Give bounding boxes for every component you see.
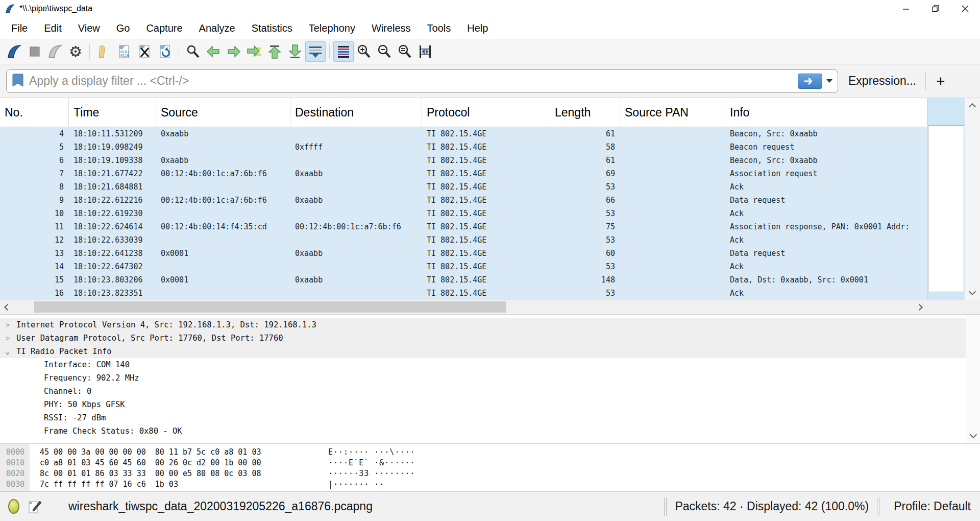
bookmark-icon[interactable]: [12, 73, 24, 90]
apply-filter-button[interactable]: [798, 74, 822, 89]
column-header-no[interactable]: No.: [0, 98, 69, 127]
auto-scroll-icon[interactable]: [305, 41, 326, 62]
restore-button[interactable]: [921, 0, 950, 17]
cell-source_pan: [620, 154, 725, 167]
close-button[interactable]: [950, 0, 980, 17]
packet-row[interactable]: 518:10:19.0982490xffffTI 802.15.4GE58Bea…: [0, 140, 927, 154]
next-packet-icon[interactable]: [224, 41, 244, 62]
vertical-scrollbar[interactable]: [965, 98, 980, 300]
column-header-source-pan[interactable]: Source PAN: [620, 98, 725, 127]
menu-item-analyze[interactable]: Analyze: [191, 19, 243, 37]
open-file-icon[interactable]: [93, 41, 114, 62]
capture-file-name[interactable]: wireshark_tiwspc_data_20200319205226_a16…: [68, 500, 373, 513]
collapse-icon[interactable]: ⌄: [0, 347, 15, 356]
packet-row[interactable]: 1418:10:22.647302TI 802.15.4GE53Ack: [0, 260, 927, 273]
menu-item-edit[interactable]: Edit: [36, 19, 69, 37]
packet-row[interactable]: 1318:10:22.6412380x00010xaabbTI 802.15.4…: [0, 247, 927, 260]
restart-capture-icon[interactable]: [45, 41, 65, 62]
zoom-reset-icon[interactable]: [395, 41, 415, 62]
details-scroll-down-icon[interactable]: [969, 431, 976, 438]
menu-item-tools[interactable]: Tools: [419, 19, 459, 37]
zoom-out-icon[interactable]: [374, 41, 395, 62]
last-packet-icon[interactable]: [285, 41, 305, 62]
expert-info-icon[interactable]: [8, 499, 19, 514]
menu-item-capture[interactable]: Capture: [138, 19, 190, 37]
menu-item-wireless[interactable]: Wireless: [363, 19, 419, 37]
details-line[interactable]: Frame Check Status: 0x80 - OK: [0, 424, 966, 438]
cell-source_pan: [620, 167, 725, 180]
packet-row[interactable]: 718:10:21.67742200:12:4b:00:1c:a7:6b:f60…: [0, 167, 927, 180]
expand-icon[interactable]: >: [0, 321, 15, 329]
zoom-in-icon[interactable]: [354, 41, 374, 62]
details-line[interactable]: Frequency: 902.2 MHz: [0, 371, 966, 385]
details-line[interactable]: Interface: COM 140: [0, 358, 966, 371]
details-line[interactable]: Channel: 0: [0, 385, 966, 398]
packet-row[interactable]: 1518:10:23.8032060x00010xaabbTI 802.15.4…: [0, 273, 927, 287]
packet-row[interactable]: 1618:10:23.823351TI 802.15.4GE53Ack: [0, 287, 927, 300]
close-file-icon[interactable]: [134, 41, 155, 62]
cell-length: 58: [550, 140, 620, 154]
goto-packet-icon[interactable]: [244, 41, 264, 62]
menu-item-view[interactable]: View: [70, 19, 108, 37]
horizontal-scrollbar[interactable]: [0, 300, 927, 314]
scroll-down-arrow-icon[interactable]: [969, 288, 976, 295]
details-line[interactable]: PHY: 50 Kbps GFSK: [0, 398, 966, 411]
packet-minimap-scrollbar[interactable]: [927, 98, 965, 300]
hex-row[interactable]: 0010c0 a8 01 03 45 60 45 60 00 26 0c d2 …: [0, 457, 980, 468]
hex-row[interactable]: 000045 00 00 3a 00 00 00 00 80 11 b7 5c …: [0, 446, 980, 457]
column-header-info[interactable]: Info: [725, 98, 927, 127]
packet-list-header: No.TimeSourceDestinationProtocolLengthSo…: [0, 98, 927, 127]
minimap-thumb[interactable]: [928, 125, 964, 292]
expression-button[interactable]: Expression...: [848, 74, 916, 88]
scroll-right-arrow-icon[interactable]: [916, 304, 923, 311]
details-line[interactable]: >Internet Protocol Version 4, Src: 192.1…: [0, 318, 966, 331]
save-file-icon[interactable]: 01010110: [114, 41, 134, 62]
cell-source: [156, 140, 290, 154]
menu-item-go[interactable]: Go: [108, 19, 138, 37]
cell-length: 148: [550, 273, 620, 287]
scroll-left-arrow-icon[interactable]: [4, 304, 11, 311]
menu-item-file[interactable]: File: [3, 19, 36, 37]
edit-capture-comment-icon[interactable]: [28, 499, 42, 514]
details-line[interactable]: ⌄TI Radio Packet Info: [0, 345, 966, 358]
cell-no: 14: [0, 260, 69, 273]
previous-packet-icon[interactable]: [203, 41, 224, 62]
menu-item-statistics[interactable]: Statistics: [243, 19, 301, 37]
capture-options-icon[interactable]: ⚙: [65, 41, 86, 62]
profile-label[interactable]: Profile: Default: [894, 500, 971, 513]
stop-capture-icon[interactable]: [24, 41, 45, 62]
packet-row[interactable]: 818:10:21.684881TI 802.15.4GE53Ack: [0, 180, 927, 194]
reload-file-icon[interactable]: [155, 41, 175, 62]
packet-row[interactable]: 1018:10:22.619230TI 802.15.4GE53Ack: [0, 207, 927, 220]
filter-history-caret[interactable]: [826, 79, 832, 83]
menu-item-help[interactable]: Help: [459, 19, 496, 37]
details-line[interactable]: RSSI: -27 dBm: [0, 411, 966, 424]
packet-row[interactable]: 418:10:11.5312090xaabbTI 802.15.4GE61Bea…: [0, 127, 927, 140]
menu-item-telephony[interactable]: Telephony: [301, 19, 363, 37]
details-scrollbar[interactable]: [966, 315, 980, 443]
cell-protocol: TI 802.15.4GE: [422, 287, 550, 300]
add-filter-button[interactable]: +: [933, 73, 948, 90]
start-capture-icon[interactable]: [4, 41, 24, 62]
hex-row[interactable]: 00208c 00 01 01 86 03 33 33 00 00 e5 80 …: [0, 468, 980, 479]
display-filter-input[interactable]: Apply a display filter ... <Ctrl-/>: [6, 69, 838, 93]
first-packet-icon[interactable]: [264, 41, 285, 62]
column-header-destination[interactable]: Destination: [290, 98, 422, 127]
column-header-time[interactable]: Time: [69, 98, 156, 127]
packet-row[interactable]: 1218:10:22.633039TI 802.15.4GE53Ack: [0, 233, 927, 247]
packet-row[interactable]: 1118:10:22.62461400:12:4b:00:14:f4:35:cd…: [0, 220, 927, 233]
minimize-button[interactable]: [891, 0, 921, 17]
scroll-up-arrow-icon[interactable]: [969, 103, 976, 110]
colorize-icon[interactable]: [333, 41, 354, 62]
packet-row[interactable]: 618:10:19.1093380xaabbTI 802.15.4GE61Bea…: [0, 154, 927, 167]
details-line[interactable]: >User Datagram Protocol, Src Port: 17760…: [0, 331, 966, 345]
expand-icon[interactable]: >: [0, 334, 15, 342]
resize-columns-icon[interactable]: [415, 41, 435, 62]
horizontal-scroll-thumb[interactable]: [34, 301, 506, 313]
packet-row[interactable]: 918:10:22.61221600:12:4b:00:1c:a7:6b:f60…: [0, 194, 927, 207]
column-header-length[interactable]: Length: [550, 98, 620, 127]
find-packet-icon[interactable]: [183, 41, 203, 62]
column-header-protocol[interactable]: Protocol: [422, 98, 550, 127]
hex-row[interactable]: 00307c ff ff ff ff 07 16 c6 1b 03|······…: [0, 479, 980, 489]
column-header-source[interactable]: Source: [156, 98, 290, 127]
